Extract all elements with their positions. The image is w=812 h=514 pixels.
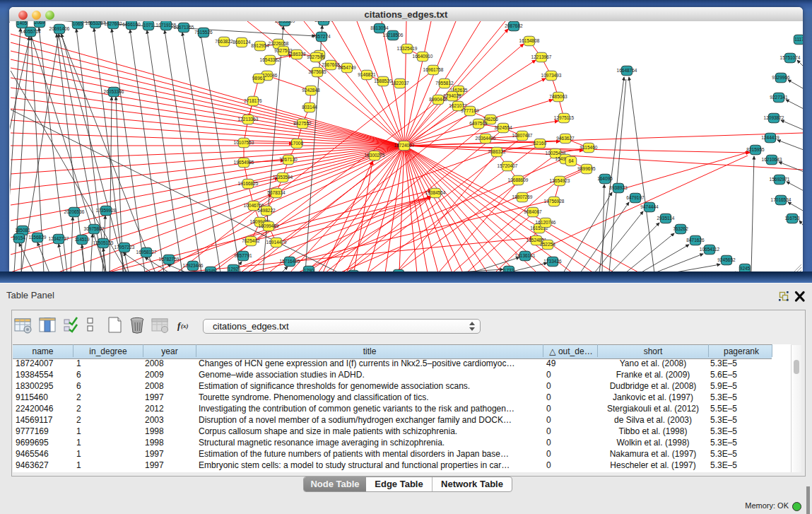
svg-text:13654923: 13654923 bbox=[550, 178, 570, 183]
svg-text:12923446: 12923446 bbox=[183, 263, 204, 268]
svg-text:10688609: 10688609 bbox=[508, 177, 529, 182]
svg-text:185081: 185081 bbox=[15, 228, 30, 233]
svg-text:1290: 1290 bbox=[304, 268, 314, 271]
svg-text:15716485: 15716485 bbox=[280, 259, 300, 264]
svg-text:19166825: 19166825 bbox=[238, 181, 259, 186]
svg-text:16543382: 16543382 bbox=[260, 57, 281, 62]
svg-text:12342737: 12342737 bbox=[49, 236, 69, 241]
svg-text:114519: 114519 bbox=[74, 237, 90, 242]
svg-text:17957223: 17957223 bbox=[114, 245, 135, 250]
svg-text:18724007: 18724007 bbox=[394, 143, 415, 148]
svg-text:10654112: 10654112 bbox=[700, 247, 720, 252]
svg-text:3875685: 3875685 bbox=[308, 69, 326, 74]
svg-text:5498222: 5498222 bbox=[257, 208, 276, 213]
svg-text:14055714: 14055714 bbox=[20, 29, 41, 34]
svg-text:8215955: 8215955 bbox=[746, 147, 765, 152]
svg-text:8813054: 8813054 bbox=[314, 21, 333, 23]
svg-text:9327508: 9327508 bbox=[307, 54, 325, 59]
svg-text:17359928: 17359928 bbox=[96, 208, 117, 213]
svg-text:15720407: 15720407 bbox=[498, 163, 518, 168]
svg-text:12213363: 12213363 bbox=[238, 117, 259, 122]
svg-text:6497508: 6497508 bbox=[469, 121, 488, 126]
svg-text:9084067: 9084067 bbox=[524, 209, 542, 214]
svg-text:9857791: 9857791 bbox=[234, 253, 252, 258]
svg-text:1405: 1405 bbox=[17, 21, 28, 25]
svg-text:9115460: 9115460 bbox=[580, 145, 598, 150]
svg-text:7386322: 7386322 bbox=[488, 149, 506, 154]
svg-text:16914479: 16914479 bbox=[266, 240, 287, 245]
svg-text:8912954: 8912954 bbox=[251, 43, 269, 48]
svg-text:20206536: 20206536 bbox=[64, 209, 85, 214]
svg-text:19384554: 19384554 bbox=[425, 190, 446, 195]
svg-text:7625402: 7625402 bbox=[242, 238, 260, 243]
svg-text:9242848: 9242848 bbox=[302, 88, 320, 93]
svg-text:15751074: 15751074 bbox=[780, 55, 801, 60]
svg-text:64: 64 bbox=[568, 158, 574, 163]
svg-text:9899695: 9899695 bbox=[577, 166, 596, 171]
svg-text:10653287: 10653287 bbox=[86, 21, 106, 25]
svg-text:19218506: 19218506 bbox=[383, 33, 404, 37]
svg-text:20691406: 20691406 bbox=[49, 26, 70, 31]
svg-text:6479197: 6479197 bbox=[626, 195, 645, 200]
svg-text:16033809: 16033809 bbox=[275, 21, 295, 23]
svg-text:8427552: 8427552 bbox=[293, 121, 312, 126]
svg-text:2718176: 2718176 bbox=[244, 98, 262, 103]
svg-text:9227341: 9227341 bbox=[770, 95, 788, 100]
svg-text:18300275: 18300275 bbox=[365, 153, 385, 158]
svg-text:62160: 62160 bbox=[534, 141, 546, 146]
svg-text:7663822: 7663822 bbox=[215, 39, 233, 44]
svg-text:10671355: 10671355 bbox=[174, 25, 194, 30]
svg-text:1065: 1065 bbox=[73, 21, 83, 26]
svg-text:1244419: 1244419 bbox=[761, 135, 779, 140]
svg-text:8813054: 8813054 bbox=[370, 25, 389, 30]
svg-text:16099489: 16099489 bbox=[259, 223, 279, 228]
svg-text:26053346: 26053346 bbox=[104, 89, 124, 94]
svg-text:763262: 763262 bbox=[673, 226, 688, 231]
svg-text:1117: 1117 bbox=[794, 37, 803, 42]
svg-text:(x): (x) bbox=[181, 322, 189, 329]
svg-text:12505135: 12505135 bbox=[93, 240, 114, 245]
svg-text:1292: 1292 bbox=[228, 267, 239, 271]
svg-text:9777169: 9777169 bbox=[461, 108, 479, 113]
svg-text:7955812: 7955812 bbox=[435, 81, 454, 86]
svg-text:3624554: 3624554 bbox=[494, 125, 512, 130]
svg-text:2367608: 2367608 bbox=[322, 62, 340, 67]
svg-text:19654985: 19654985 bbox=[234, 160, 254, 165]
svg-text:20364436: 20364436 bbox=[476, 136, 496, 141]
svg-text:12975115: 12975115 bbox=[554, 115, 575, 120]
svg-text:8660124: 8660124 bbox=[233, 40, 251, 45]
svg-text:7485063: 7485063 bbox=[549, 94, 567, 99]
svg-text:1822037: 1822037 bbox=[391, 81, 409, 86]
svg-text:2069: 2069 bbox=[35, 21, 45, 25]
svg-text:2087682: 2087682 bbox=[505, 23, 523, 28]
svg-text:1588520: 1588520 bbox=[374, 78, 392, 83]
svg-text:6466160: 6466160 bbox=[122, 22, 141, 27]
svg-text:9329966: 9329966 bbox=[772, 75, 790, 80]
svg-text:1071: 1071 bbox=[143, 23, 154, 28]
svg-text:23226058: 23226058 bbox=[269, 41, 289, 46]
svg-text:3267130: 3267130 bbox=[279, 157, 298, 162]
svg-text:1327602: 1327602 bbox=[104, 21, 122, 26]
svg-text:10807487: 10807487 bbox=[512, 133, 533, 138]
svg-text:14136141: 14136141 bbox=[515, 253, 536, 258]
svg-text:1733: 1733 bbox=[504, 268, 514, 271]
svg-text:17016534: 17016534 bbox=[771, 197, 792, 202]
svg-text:1156829: 1156829 bbox=[29, 235, 47, 240]
svg-text:12213967: 12213967 bbox=[531, 54, 552, 59]
svg-text:6794028: 6794028 bbox=[443, 93, 461, 98]
svg-text:98961: 98961 bbox=[252, 76, 265, 81]
svg-text:2935114: 2935114 bbox=[657, 216, 675, 221]
svg-text:39154: 39154 bbox=[13, 235, 25, 240]
svg-text:12093872: 12093872 bbox=[764, 115, 784, 120]
svg-text:9146821: 9146821 bbox=[358, 72, 376, 77]
svg-text:17006: 17006 bbox=[290, 141, 303, 146]
svg-text:16648764: 16648764 bbox=[617, 68, 637, 73]
svg-text:16210643: 16210643 bbox=[762, 157, 782, 162]
svg-text:164095: 164095 bbox=[597, 176, 613, 181]
svg-text:30975867: 30975867 bbox=[84, 226, 105, 231]
svg-text:9463627: 9463627 bbox=[556, 136, 575, 141]
svg-text:16154808: 16154808 bbox=[519, 38, 540, 43]
svg-text:10107553: 10107553 bbox=[234, 140, 254, 145]
svg-text:9245652: 9245652 bbox=[717, 257, 736, 262]
svg-text:11353594: 11353594 bbox=[273, 175, 293, 180]
